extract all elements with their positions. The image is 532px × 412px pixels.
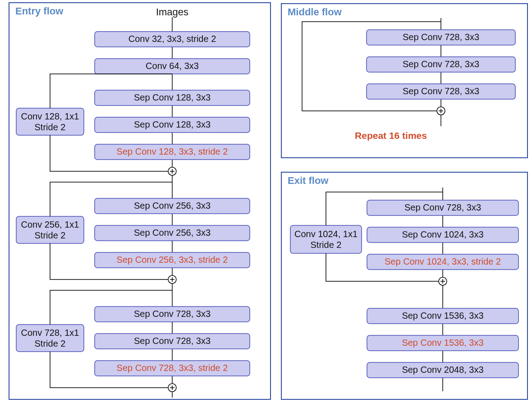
entry-side-2-l1: Conv 728, 1x1 <box>21 328 79 338</box>
exit-block-2-label: Sep Conv 1024, 3x3, stride 2 <box>385 256 501 266</box>
entry-block-6-label: Sep Conv 256, 3x3 <box>134 228 211 238</box>
exit-block-4-label: Sep Conv 1536, 3x3 <box>402 338 483 348</box>
middle-block-2-label: Sep Conv 728, 3x3 <box>403 86 479 96</box>
entry-block-1-label: Conv 64, 3x3 <box>146 61 199 71</box>
entry-block-4-label: Sep Conv 128, 3x3, stride 2 <box>117 146 228 156</box>
exit-side-0-l2: Stride 2 <box>311 240 342 250</box>
middle-block-1-label: Sep Conv 728, 3x3 <box>403 59 479 69</box>
entry-block-10-label: Sep Conv 728, 3x3, stride 2 <box>117 363 228 373</box>
entry-block-9-label: Sep Conv 728, 3x3 <box>134 336 211 346</box>
entry-side-2-l2: Stride 2 <box>35 339 66 348</box>
entry-block-7-label: Sep Conv 256, 3x3, stride 2 <box>117 255 228 265</box>
middle-flow-title: Middle flow <box>288 6 342 18</box>
exit-block-1-label: Sep Conv 1024, 3x3 <box>402 229 483 239</box>
entry-side-1-l1: Conv 256, 1x1 <box>21 220 79 229</box>
entry-block-0-label: Conv 32, 3x3, stride 2 <box>128 34 216 44</box>
exit-block-3-label: Sep Conv 1536, 3x3 <box>402 311 483 320</box>
exit-block-0-label: Sep Conv 728, 3x3 <box>404 202 481 212</box>
entry-block-8-label: Sep Conv 728, 3x3 <box>134 309 211 319</box>
architecture-diagram: Entry flowImagesConv 32, 3x3, stride 2Co… <box>0 0 532 412</box>
exit-flow-title: Exit flow <box>288 175 329 186</box>
entry-side-0-l1: Conv 128, 1x1 <box>21 111 79 121</box>
entry-side-1-l2: Stride 2 <box>35 230 66 240</box>
exit-side-0-l1: Conv 1024, 1x1 <box>294 229 358 239</box>
entry-block-2-label: Sep Conv 128, 3x3 <box>134 92 211 102</box>
entry-flow-title: Entry flow <box>15 5 64 17</box>
entry-input-label: Images <box>156 6 188 18</box>
entry-block-5-label: Sep Conv 256, 3x3 <box>134 201 211 211</box>
exit-block-5-label: Sep Conv 2048, 3x3 <box>402 365 483 375</box>
middle-repeat: Repeat 16 times <box>355 130 427 141</box>
entry-block-3-label: Sep Conv 128, 3x3 <box>134 119 211 129</box>
entry-side-0-l2: Stride 2 <box>35 122 66 132</box>
middle-block-0-label: Sep Conv 728, 3x3 <box>403 32 479 42</box>
